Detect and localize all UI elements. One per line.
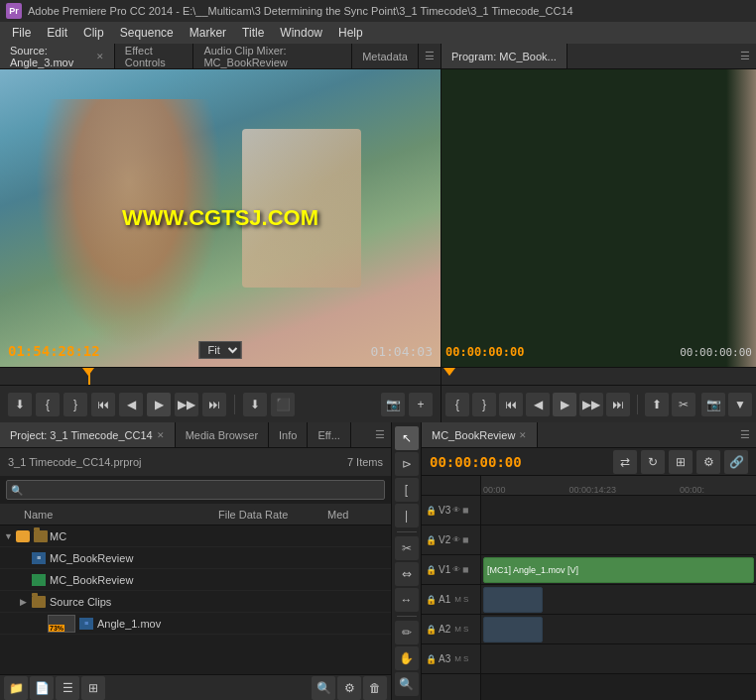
m-icon-a1[interactable]: M	[454, 595, 461, 604]
tab-metadata[interactable]: Metadata	[352, 44, 419, 68]
track-row-v1[interactable]: [MC1] Angle_1.mov [V]	[481, 555, 756, 585]
zoom-tool[interactable]: 🔍	[395, 672, 419, 696]
lock-icon-v1[interactable]: 🔒	[426, 565, 437, 575]
tab-program[interactable]: Program: MC_Book...	[441, 44, 567, 68]
fit-dropdown[interactable]: Fit	[199, 341, 242, 359]
v1-clip[interactable]: [MC1] Angle_1.mov [V]	[483, 557, 754, 583]
project-search-box[interactable]: 🔍	[6, 480, 385, 500]
timeline-btn-3[interactable]: ⊞	[669, 450, 693, 474]
eye-icon-v2[interactable]: 👁	[452, 535, 460, 544]
menu-edit[interactable]: Edit	[39, 24, 75, 42]
s-icon-a1[interactable]: S	[463, 595, 468, 604]
timeline-btn-5[interactable]: 🔗	[724, 450, 748, 474]
icon-view-button[interactable]: ⊞	[81, 676, 105, 700]
selection-tool[interactable]: ↖	[395, 426, 419, 450]
new-item-button[interactable]: 📄	[30, 676, 54, 700]
prog-step-back[interactable]: ◀	[526, 393, 550, 416]
lock-icon-v2[interactable]: 🔒	[426, 535, 437, 545]
tab-source-close[interactable]: ✕	[96, 52, 104, 61]
prog-export-frame[interactable]: 📷	[701, 393, 725, 416]
prog-mark-out[interactable]: }	[472, 393, 496, 416]
prog-play[interactable]: ▶	[553, 393, 576, 416]
rolling-edit-tool[interactable]: |	[395, 504, 419, 527]
razor-tool[interactable]: ✂	[395, 536, 419, 560]
prog-go-end[interactable]: ⏭	[606, 393, 630, 416]
menu-clip[interactable]: Clip	[75, 24, 112, 42]
menu-sequence[interactable]: Sequence	[112, 24, 182, 42]
pen-tool[interactable]: ✏	[395, 621, 419, 644]
prog-lift[interactable]: ⬆	[645, 393, 669, 416]
program-scrubber[interactable]	[441, 367, 756, 385]
program-scrubber-track[interactable]	[441, 368, 756, 385]
track-row-a2[interactable]	[481, 615, 756, 644]
menu-title[interactable]: Title	[234, 24, 272, 42]
source-scrubber[interactable]	[0, 367, 441, 385]
list-item[interactable]: MC_BookReview	[0, 569, 391, 591]
timeline-panel-menu[interactable]: ☰	[734, 428, 756, 441]
timeline-btn-1[interactable]: ⇄	[613, 450, 637, 474]
lock-icon-a2[interactable]: 🔒	[426, 625, 437, 635]
s-icon-a3[interactable]: S	[463, 654, 468, 663]
search-input[interactable]	[23, 484, 380, 496]
list-item[interactable]: ≡ MC_BookReview	[0, 547, 391, 569]
slide-tool[interactable]: ↔	[395, 588, 419, 612]
timeline-btn-2[interactable]: ↻	[641, 450, 665, 474]
prog-go-start[interactable]: ⏮	[499, 393, 523, 416]
go-in-button[interactable]: }	[63, 393, 87, 416]
overwrite-button[interactable]: ⬛	[271, 393, 295, 416]
list-item[interactable]: ▼ MC	[0, 525, 391, 547]
source-scrubber-track[interactable]	[0, 368, 441, 385]
prog-step-fwd[interactable]: ▶▶	[579, 393, 603, 416]
insert-button[interactable]: ⬇	[243, 393, 267, 416]
hand-tool[interactable]: ✋	[395, 646, 419, 670]
a1-clip[interactable]	[483, 587, 543, 613]
menu-help[interactable]: Help	[330, 24, 371, 42]
track-row-a1[interactable]	[481, 585, 756, 615]
menu-window[interactable]: Window	[272, 24, 330, 42]
settings-button[interactable]: ⚙	[337, 676, 361, 700]
tab-media-browser[interactable]: Media Browser	[176, 422, 269, 447]
go-to-start-button[interactable]: ⏮	[91, 393, 115, 416]
tab-effects[interactable]: Eff...	[308, 422, 350, 447]
prog-mark-in[interactable]: {	[445, 393, 469, 416]
tab-info[interactable]: Info	[269, 422, 308, 447]
mark-out-button[interactable]: {	[36, 393, 60, 416]
tab-project[interactable]: Project: 3_1 Timecode_CC14 ✕	[0, 422, 176, 447]
track-row-v2[interactable]	[481, 525, 756, 555]
list-item[interactable]: ▶ Source Clips	[0, 591, 391, 613]
track-row-v3[interactable]	[481, 496, 756, 525]
source-settings-button[interactable]: +	[409, 393, 433, 416]
eye-icon-v1[interactable]: 👁	[452, 565, 460, 574]
menu-marker[interactable]: Marker	[182, 24, 234, 42]
eye-icon-v3[interactable]: 👁	[452, 506, 460, 515]
slip-tool[interactable]: ⇔	[395, 562, 419, 586]
lock-icon-a1[interactable]: 🔒	[426, 595, 437, 605]
timeline-btn-4[interactable]: ⚙	[696, 450, 720, 474]
project-panel-menu[interactable]: ☰	[369, 428, 391, 441]
list-view-button[interactable]: ☰	[56, 676, 79, 700]
track-row-a3[interactable]	[481, 644, 756, 674]
lock-icon-v3[interactable]: 🔒	[426, 506, 437, 516]
tab-project-close[interactable]: ✕	[157, 430, 165, 440]
tab-timeline[interactable]: MC_BookReview ✕	[422, 422, 538, 447]
tab-effect-controls[interactable]: Effect Controls	[115, 44, 194, 68]
find-button[interactable]: 🔍	[312, 676, 335, 700]
ripple-edit-tool[interactable]: [	[395, 478, 419, 502]
step-fwd-button[interactable]: ▶▶	[175, 393, 198, 416]
tab-timeline-close[interactable]: ✕	[519, 430, 527, 440]
go-to-end-button[interactable]: ⏭	[202, 393, 226, 416]
export-frame-button[interactable]: 📷	[381, 393, 405, 416]
play-button[interactable]: ▶	[147, 393, 171, 416]
lock-icon-a3[interactable]: 🔒	[426, 654, 437, 664]
prog-settings[interactable]: ▼	[728, 393, 752, 416]
delete-button[interactable]: 🗑	[363, 676, 387, 700]
s-icon-a2[interactable]: S	[463, 625, 468, 634]
menu-file[interactable]: File	[4, 24, 39, 42]
mark-in-button[interactable]: ⬇	[8, 393, 32, 416]
step-back-button[interactable]: ◀	[119, 393, 143, 416]
prog-extract[interactable]: ✂	[672, 393, 695, 416]
tab-source[interactable]: Source: Angle_3.mov ✕	[0, 44, 115, 68]
m-icon-a2[interactable]: M	[454, 625, 461, 634]
source-panel-menu[interactable]: ☰	[419, 50, 441, 62]
m-icon-a3[interactable]: M	[454, 654, 461, 663]
